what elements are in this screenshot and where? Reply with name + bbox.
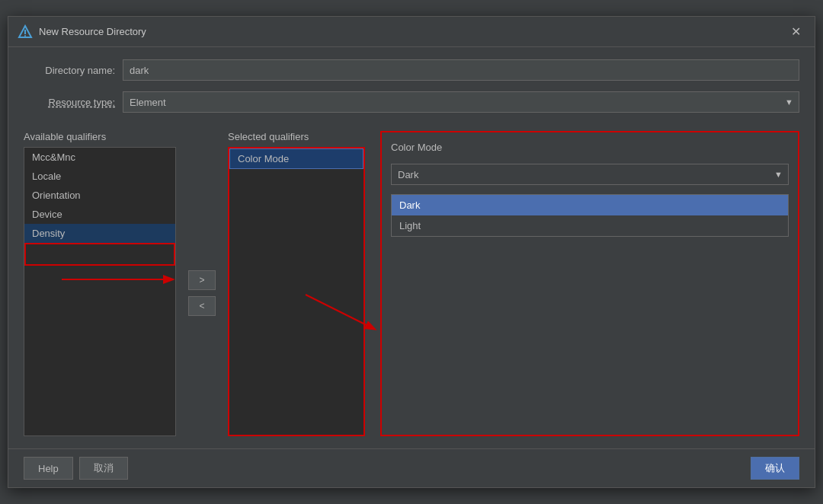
qualifier-empty-slot: [24, 243, 175, 266]
back-button[interactable]: <: [188, 296, 216, 316]
available-qualifiers-label: Available qualifiers: [24, 131, 176, 142]
new-resource-directory-dialog: New Resource Directory ✕ Directory name:…: [8, 16, 815, 488]
footer-left-buttons: Help 取消: [24, 457, 128, 480]
qualifier-mcc-mnc[interactable]: Mcc&Mnc: [24, 148, 175, 167]
color-mode-dropdown: Dark Light: [391, 194, 789, 237]
directory-name-label: Directory name:: [24, 65, 115, 76]
color-mode-panel: Color Mode Dark Light ▼ Dark Light: [380, 131, 799, 436]
directory-name-input[interactable]: [123, 59, 799, 81]
dialog-body: Directory name: Resource type: Element L…: [8, 47, 815, 448]
transfer-buttons: > <: [176, 149, 228, 436]
qualifier-locale[interactable]: Locale: [24, 167, 175, 186]
forward-button[interactable]: >: [188, 270, 216, 290]
color-mode-select[interactable]: Dark Light: [391, 164, 789, 185]
title-bar: New Resource Directory ✕: [8, 17, 815, 47]
available-qualifiers-section: Available qualifiers Mcc&Mnc Locale Orie…: [24, 131, 176, 436]
qualifier-device[interactable]: Device: [24, 205, 175, 224]
help-button[interactable]: Help: [24, 457, 73, 480]
dialog-title: New Resource Directory: [39, 26, 146, 37]
qualifier-density[interactable]: Density: [24, 224, 175, 243]
selected-qualifiers-label: Selected qualifiers: [228, 131, 365, 142]
selected-qualifier-color-mode[interactable]: Color Mode: [229, 148, 363, 169]
dropdown-option-dark[interactable]: Dark: [392, 195, 788, 215]
resource-type-label: Resource type:: [24, 97, 115, 108]
qualifier-orientation[interactable]: Orientation: [24, 186, 175, 205]
selected-qualifiers-section: Selected qualifiers Color Mode: [228, 131, 365, 436]
selected-qualifier-list: Color Mode: [228, 147, 365, 436]
directory-name-row: Directory name:: [24, 59, 799, 81]
svg-point-2: [24, 35, 26, 37]
title-bar-left: New Resource Directory: [18, 24, 146, 40]
resource-type-select-wrapper: Element Layout Drawable Menu Values ▼: [123, 91, 799, 113]
color-mode-select-wrapper: Dark Light ▼: [391, 164, 789, 185]
available-qualifier-list: Mcc&Mnc Locale Orientation Device Densit…: [24, 147, 176, 436]
resource-type-row: Resource type: Element Layout Drawable M…: [24, 91, 799, 113]
close-button[interactable]: ✕: [786, 24, 805, 40]
cancel-button[interactable]: 取消: [79, 457, 128, 480]
app-icon: [18, 24, 33, 40]
resource-type-select[interactable]: Element Layout Drawable Menu Values: [123, 91, 799, 113]
color-mode-title: Color Mode: [391, 142, 789, 153]
dialog-footer: Help 取消 确认: [8, 448, 815, 487]
confirm-button[interactable]: 确认: [751, 457, 799, 480]
dropdown-option-light[interactable]: Light: [392, 215, 788, 236]
